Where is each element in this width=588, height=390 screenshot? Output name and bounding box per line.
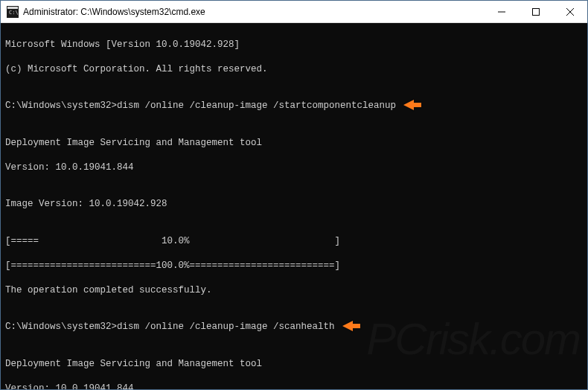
arrow-icon: [342, 319, 360, 333]
prompt: C:\Windows\system32>: [5, 322, 117, 332]
progress-line: [==========================100.0%=======…: [5, 260, 583, 272]
version-line: Version: 10.0.19041.844: [5, 383, 583, 390]
arrow-icon: [403, 98, 421, 112]
window-controls: [485, 1, 587, 22]
copyright-line: (c) Microsoft Corporation. All rights re…: [5, 63, 583, 76]
command-text: dism /online /cleanup-image /startcompon…: [117, 100, 396, 111]
svg-rect-4: [533, 8, 540, 15]
window-title: Administrator: C:\Windows\system32\cmd.e…: [23, 7, 485, 17]
progress-line: [===== 10.0% ]: [5, 235, 583, 248]
terminal-output[interactable]: Microsoft Windows [Version 10.0.19042.92…: [1, 23, 587, 389]
svg-text:C:\: C:\: [9, 10, 19, 16]
close-button[interactable]: [553, 1, 587, 22]
command-line-2: C:\Windows\system32>dism /online /cleanu…: [5, 321, 583, 333]
command-line-1: C:\Windows\system32>dism /online /cleanu…: [5, 100, 583, 112]
titlebar[interactable]: C:\ Administrator: C:\Windows\system32\c…: [1, 1, 587, 23]
header-line: Microsoft Windows [Version 10.0.19042.92…: [5, 39, 583, 51]
prompt: C:\Windows\system32>: [5, 100, 117, 111]
command-text: dism /online /cleanup-image /scanhealth: [117, 322, 335, 332]
tool-line: Deployment Image Servicing and Managemen…: [5, 137, 583, 150]
maximize-button[interactable]: [519, 1, 553, 22]
cmd-icon: C:\: [7, 6, 19, 18]
success-line: The operation completed successfully.: [5, 284, 583, 297]
image-version-line: Image Version: 10.0.19042.928: [5, 198, 583, 211]
minimize-button[interactable]: [485, 1, 519, 22]
svg-rect-1: [7, 7, 18, 9]
tool-line: Deployment Image Servicing and Managemen…: [5, 358, 583, 371]
version-line: Version: 10.0.19041.844: [5, 162, 583, 174]
